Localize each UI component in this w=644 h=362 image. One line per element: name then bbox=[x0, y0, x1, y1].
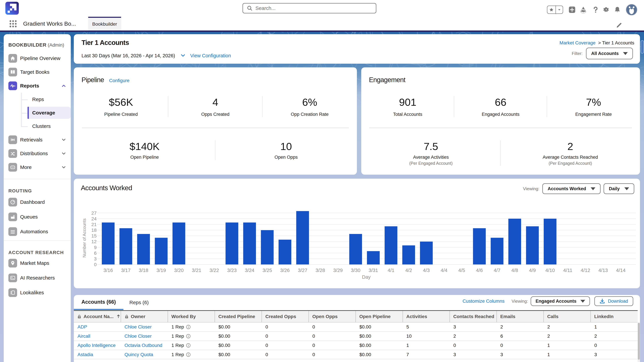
svg-text:3/25: 3/25 bbox=[262, 268, 272, 273]
svg-text:3/21: 3/21 bbox=[192, 268, 201, 273]
svg-text:4/5: 4/5 bbox=[458, 268, 465, 273]
svg-text:18: 18 bbox=[92, 228, 96, 233]
svg-text:3/24: 3/24 bbox=[245, 268, 254, 273]
svg-text:4/6: 4/6 bbox=[476, 268, 483, 273]
svg-text:4/2: 4/2 bbox=[405, 268, 412, 273]
svg-text:24: 24 bbox=[92, 216, 96, 221]
svg-text:3/26: 3/26 bbox=[280, 268, 290, 273]
svg-text:4/14: 4/14 bbox=[616, 268, 626, 273]
svg-text:4/8: 4/8 bbox=[511, 268, 518, 273]
svg-text:4/11: 4/11 bbox=[563, 268, 572, 273]
svg-text:3/28: 3/28 bbox=[316, 268, 325, 273]
svg-text:0: 0 bbox=[94, 262, 96, 267]
svg-text:4/10: 4/10 bbox=[546, 268, 555, 273]
svg-text:3/17: 3/17 bbox=[121, 268, 130, 273]
svg-text:3/29: 3/29 bbox=[333, 268, 343, 273]
svg-text:3/27: 3/27 bbox=[298, 268, 307, 273]
svg-text:21: 21 bbox=[92, 222, 96, 227]
svg-text:4/4: 4/4 bbox=[440, 268, 447, 273]
svg-text:4/7: 4/7 bbox=[494, 268, 500, 273]
svg-text:3: 3 bbox=[94, 256, 96, 261]
svg-text:3/19: 3/19 bbox=[156, 268, 166, 273]
svg-text:4/9: 4/9 bbox=[529, 268, 536, 273]
svg-text:4/1: 4/1 bbox=[388, 268, 394, 273]
svg-text:Day: Day bbox=[362, 274, 371, 280]
svg-text:3/16: 3/16 bbox=[104, 268, 113, 273]
svg-text:4/13: 4/13 bbox=[598, 268, 608, 273]
svg-text:3/30: 3/30 bbox=[351, 268, 360, 273]
svg-text:12: 12 bbox=[92, 239, 96, 244]
svg-text:4/3: 4/3 bbox=[423, 268, 430, 273]
svg-text:Number of Accounts: Number of Accounts bbox=[82, 218, 87, 258]
svg-text:3/20: 3/20 bbox=[174, 268, 184, 273]
svg-text:3/23: 3/23 bbox=[227, 268, 237, 273]
svg-text:4/12: 4/12 bbox=[581, 268, 590, 273]
svg-text:6: 6 bbox=[94, 251, 96, 256]
svg-text:3/18: 3/18 bbox=[139, 268, 148, 273]
svg-text:27: 27 bbox=[92, 211, 96, 216]
svg-text:3/22: 3/22 bbox=[210, 268, 219, 273]
svg-text:9: 9 bbox=[94, 245, 96, 250]
svg-text:15: 15 bbox=[92, 233, 96, 239]
svg-text:3/31: 3/31 bbox=[368, 268, 378, 273]
